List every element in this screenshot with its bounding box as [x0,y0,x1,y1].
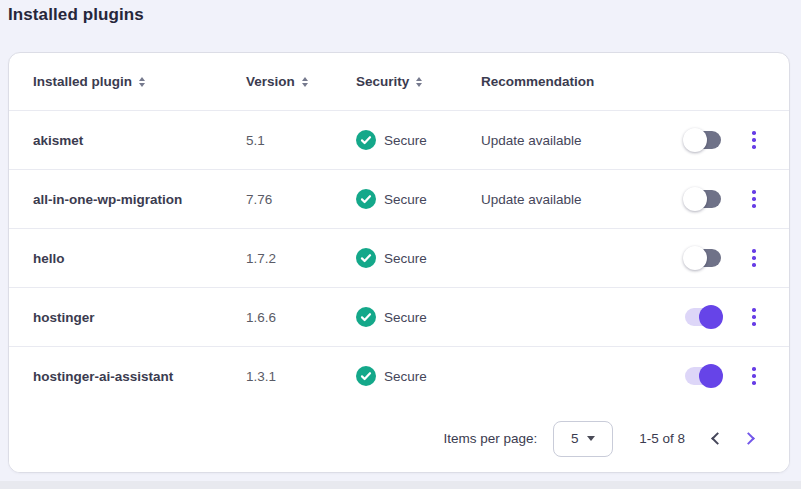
installed-plugins-card: Installed plugin Version Security Recomm… [8,52,790,473]
plugin-enable-toggle[interactable] [685,190,721,208]
plugin-name: hostinger [33,310,95,325]
check-circle-icon [356,130,376,150]
plugin-name-cell: hostinger-ai-assistant [33,369,246,384]
toggle-cell [685,131,737,149]
plugin-name: hello [33,251,65,266]
recommendation-cell: Update available [481,192,685,207]
pagination-bar: Items per page: 5 1-5 of 8 [9,405,789,472]
kebab-menu-icon[interactable] [746,186,762,212]
security-status-label: Secure [384,310,427,325]
column-header-installed-plugin[interactable]: Installed plugin [33,74,246,89]
bottom-strip [0,481,801,489]
security-status-cell: Secure [356,307,481,327]
kebab-cell [737,127,771,153]
recommendation-cell: Update available [481,133,685,148]
page-title: Installed plugins [8,5,144,25]
check-circle-icon [356,366,376,386]
items-per-page-select[interactable]: 5 [553,421,613,457]
security-status-label: Secure [384,369,427,384]
security-status-cell: Secure [356,248,481,268]
column-label: Installed plugin [33,74,132,89]
table-row: akismet 5.1 Secure Update available [9,111,789,170]
table-row: hostinger 1.6.6 Secure [9,288,789,347]
check-circle-icon [356,189,376,209]
table-header-row: Installed plugin Version Security Recomm… [9,53,789,111]
plugin-name: all-in-one-wp-migration [33,192,182,207]
kebab-cell [737,245,771,271]
table-row: hello 1.7.2 Secure [9,229,789,288]
plugin-name: akismet [33,133,83,148]
kebab-menu-icon[interactable] [746,127,762,153]
kebab-menu-icon[interactable] [746,245,762,271]
column-label: Version [246,74,295,89]
sort-icon [416,77,422,87]
plugin-version: 1.3.1 [246,369,276,384]
security-status-label: Secure [384,133,427,148]
plugin-name-cell: akismet [33,133,246,148]
security-status-cell: Secure [356,189,481,209]
dropdown-caret-icon [587,436,595,441]
toggle-knob [699,305,723,329]
pagination-range: 1-5 of 8 [639,431,685,446]
check-circle-icon [356,307,376,327]
table-row: hostinger-ai-assistant 1.3.1 Secure [9,347,789,406]
security-status-cell: Secure [356,366,481,386]
column-label: Security [356,74,409,89]
plugin-version-cell: 1.3.1 [246,369,356,384]
toggle-knob [683,128,707,152]
toggle-cell [685,190,737,208]
plugin-version-cell: 1.6.6 [246,310,356,325]
plugin-version: 5.1 [246,133,265,148]
column-label: Recommendation [481,74,594,89]
plugin-enable-toggle[interactable] [685,249,721,267]
security-status-label: Secure [384,192,427,207]
plugin-enable-toggle[interactable] [685,308,721,326]
toggle-knob [699,364,723,388]
plugin-name-cell: hello [33,251,246,266]
items-per-page-label: Items per page: [443,431,537,446]
column-header-version[interactable]: Version [246,74,356,89]
toggle-knob [683,187,707,211]
kebab-menu-icon[interactable] [746,304,762,330]
sort-icon [302,77,308,87]
column-header-security[interactable]: Security [356,74,481,89]
toggle-cell [685,308,737,326]
plugin-version-cell: 5.1 [246,133,356,148]
recommendation-text: Update available [481,133,582,148]
chevron-right-icon[interactable] [742,432,755,445]
toggle-cell [685,249,737,267]
plugin-version: 1.6.6 [246,310,276,325]
plugin-name-cell: hostinger [33,310,246,325]
toggle-knob [683,246,707,270]
security-status-label: Secure [384,251,427,266]
kebab-menu-icon[interactable] [746,363,762,389]
kebab-cell [737,186,771,212]
table-body: akismet 5.1 Secure Update available all-… [9,111,789,406]
security-status-cell: Secure [356,130,481,150]
plugin-version: 7.76 [246,192,272,207]
table-row: all-in-one-wp-migration 7.76 Secure Upda… [9,170,789,229]
plugin-name-cell: all-in-one-wp-migration [33,192,246,207]
kebab-cell [737,304,771,330]
items-per-page-value: 5 [571,431,579,446]
plugin-enable-toggle[interactable] [685,131,721,149]
check-circle-icon [356,248,376,268]
sort-icon [139,77,145,87]
recommendation-text: Update available [481,192,582,207]
plugin-name: hostinger-ai-assistant [33,369,173,384]
chevron-left-icon[interactable] [711,432,724,445]
column-header-recommendation: Recommendation [481,74,685,89]
plugin-enable-toggle[interactable] [685,367,721,385]
plugin-version: 1.7.2 [246,251,276,266]
plugin-version-cell: 7.76 [246,192,356,207]
toggle-cell [685,367,737,385]
kebab-cell [737,363,771,389]
plugin-version-cell: 1.7.2 [246,251,356,266]
